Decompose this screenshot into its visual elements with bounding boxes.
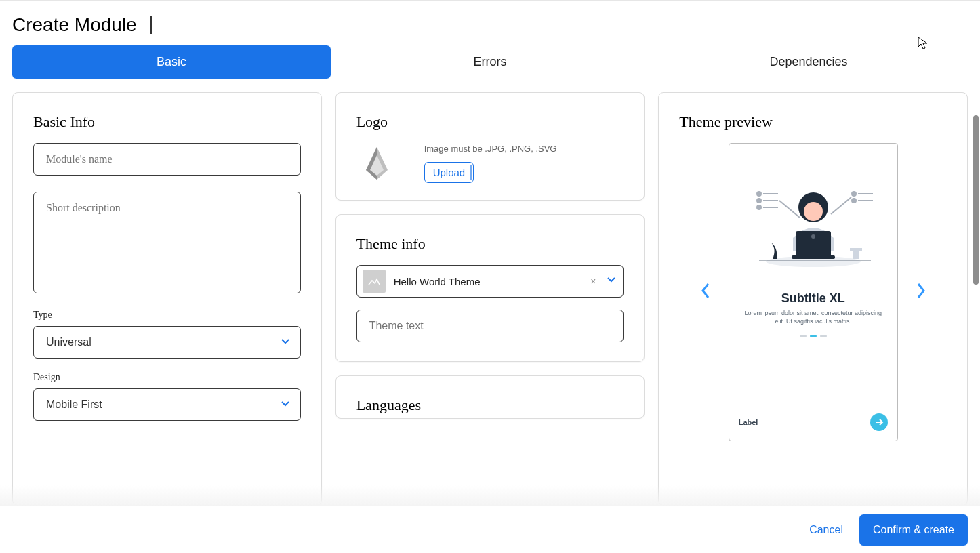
chevron-down-icon[interactable] — [607, 275, 616, 287]
svg-point-8 — [757, 205, 761, 209]
svg-rect-23 — [850, 248, 862, 251]
pager-dot[interactable] — [810, 335, 817, 337]
cancel-label: Cancel — [809, 524, 843, 535]
svg-point-18 — [804, 202, 823, 221]
preview-next-fab[interactable] — [870, 413, 888, 431]
tab-basic-label: Basic — [157, 55, 186, 68]
pager-dot[interactable] — [800, 335, 807, 337]
card-languages: Languages — [335, 375, 645, 419]
short-description-input[interactable] — [33, 192, 301, 293]
svg-rect-21 — [792, 255, 835, 259]
type-select-value: Universal — [33, 326, 301, 359]
theme-select[interactable]: Hello World Theme × — [356, 265, 624, 298]
col-preview: Theme preview — [658, 92, 968, 506]
pager-dot[interactable] — [820, 335, 827, 337]
tabs: Basic Errors Dependencies — [0, 41, 980, 79]
upload-button[interactable]: Upload — [424, 162, 474, 183]
svg-line-15 — [831, 197, 851, 214]
tab-dependencies[interactable]: Dependencies — [649, 45, 968, 79]
preview-phone: Subtitle XL Lorem ipsum dolor sit amet, … — [729, 143, 898, 441]
columns: Basic Info Type Universal Design Mobile … — [0, 79, 980, 506]
svg-line-10 — [779, 201, 800, 218]
tab-errors[interactable]: Errors — [331, 45, 649, 79]
theme-info-title: Theme info — [356, 235, 624, 253]
languages-title: Languages — [356, 396, 624, 414]
preview-pager — [739, 335, 888, 337]
logo-title: Logo — [356, 113, 624, 131]
basic-info-title: Basic Info — [33, 113, 301, 131]
tab-dependencies-label: Dependencies — [769, 55, 847, 68]
card-theme-preview: Theme preview — [658, 92, 968, 506]
module-name-input[interactable] — [33, 143, 301, 176]
col-basic: Basic Info Type Universal Design Mobile … — [12, 92, 322, 506]
svg-rect-22 — [853, 249, 859, 259]
svg-point-6 — [757, 199, 761, 203]
clear-icon[interactable]: × — [588, 276, 598, 287]
vertical-scrollbar[interactable] — [973, 115, 979, 285]
content: Basic Info Type Universal Design Mobile … — [0, 79, 980, 506]
logo-hint: Image must be .JPG, .PNG, .SVG — [424, 144, 557, 154]
card-basic-info: Basic Info Type Universal Design Mobile … — [12, 92, 322, 506]
confirm-create-button[interactable]: Confirm & create — [859, 514, 968, 546]
card-logo: Logo Image must be .JPG, .PNG, .SVG — [335, 92, 645, 201]
confirm-label: Confirm & create — [873, 524, 954, 535]
theme-select-value: Hello World Theme — [394, 276, 579, 287]
preview-prev-button[interactable] — [696, 278, 715, 306]
svg-point-4 — [757, 192, 761, 196]
theme-preview-title: Theme preview — [679, 113, 947, 131]
type-label: Type — [33, 310, 301, 321]
caret-icon — [150, 16, 152, 34]
tab-errors-label: Errors — [474, 55, 507, 68]
svg-point-11 — [852, 192, 856, 196]
design-select[interactable]: Mobile First — [33, 388, 301, 421]
logo-placeholder-icon — [356, 143, 397, 184]
upload-button-label: Upload — [433, 167, 466, 178]
app-root: Create Module Basic Errors Dependencies … — [0, 0, 980, 553]
preview-lorem: Lorem ipsum dolor sit amet, consectetur … — [739, 310, 888, 325]
tab-basic[interactable]: Basic — [12, 45, 331, 79]
preview-label: Label — [739, 418, 758, 426]
theme-thumb-icon — [363, 270, 386, 293]
preview-subtitle: Subtitle XL — [739, 291, 888, 306]
design-label: Design — [33, 372, 301, 383]
page-title: Create Module — [12, 14, 137, 36]
cancel-button[interactable]: Cancel — [809, 524, 843, 536]
footer-bar: Cancel Confirm & create — [0, 506, 980, 553]
header: Create Module — [0, 1, 980, 41]
col-middle: Logo Image must be .JPG, .PNG, .SVG — [335, 92, 645, 506]
arrow-right-icon — [874, 417, 884, 427]
design-select-value: Mobile First — [33, 388, 301, 421]
svg-point-20 — [811, 234, 815, 239]
preview-illustration — [739, 160, 888, 268]
card-theme-info: Theme info Hello World Theme × — [335, 214, 645, 362]
svg-point-13 — [852, 199, 856, 203]
type-select[interactable]: Universal — [33, 326, 301, 359]
svg-rect-3 — [367, 275, 381, 287]
preview-next-button[interactable] — [912, 278, 931, 306]
theme-text-input[interactable] — [356, 310, 624, 342]
